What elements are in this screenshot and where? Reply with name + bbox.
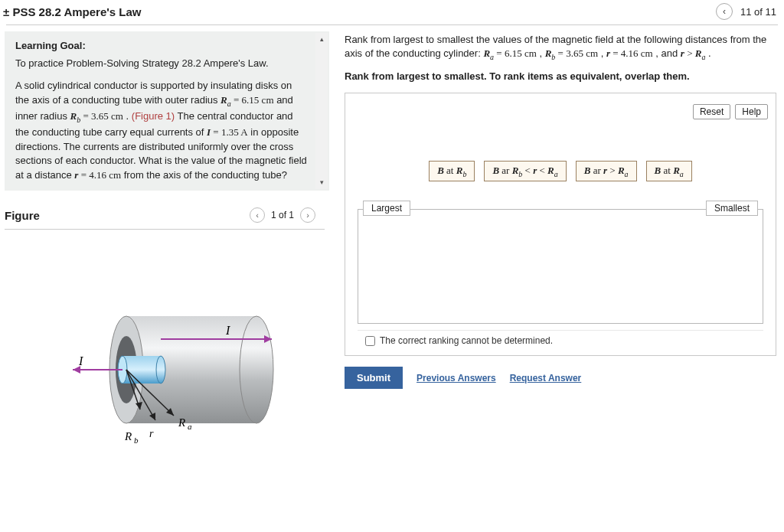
prev-page-button[interactable]: ‹: [716, 3, 733, 20]
left-column: ▴ ▾ Learning Goal: To practice Problem-S…: [0, 25, 329, 528]
help-button[interactable]: Help: [735, 104, 768, 119]
figure-image: I I Ra Rb r: [0, 230, 329, 528]
request-answer-link[interactable]: Request Answer: [510, 373, 582, 383]
txt: ,: [601, 47, 606, 59]
svg-text:R: R: [178, 416, 185, 429]
rank-chip[interactable]: B at Ra: [646, 161, 692, 182]
previous-answers-link[interactable]: Previous Answers: [416, 373, 496, 383]
svg-text:I: I: [225, 324, 230, 337]
figure-link[interactable]: (Figure 1): [132, 110, 175, 122]
problem-statement: A solid cylindrical conductor is support…: [15, 79, 308, 183]
top-bar: ± PSS 28.2 Ampere's Law ‹ 11 of 11: [0, 0, 784, 24]
figure-counter: 1 of 1: [271, 210, 294, 220]
reset-button[interactable]: Reset: [693, 104, 730, 119]
rank-chip[interactable]: B ar r > Ra: [576, 161, 637, 182]
figure-title: Figure: [5, 209, 40, 222]
svg-text:R: R: [124, 430, 132, 442]
learning-goal-panel: ▴ ▾ Learning Goal: To practice Problem-S…: [5, 31, 329, 191]
svg-text:a: a: [188, 422, 192, 431]
txt: , and: [655, 47, 681, 59]
page-counter: 11 of 11: [740, 6, 776, 18]
cannot-determine-row: The correct ranking cannot be determined…: [358, 330, 763, 348]
txt: ,: [539, 47, 544, 59]
action-row: Submit Previous Answers Request Answer: [345, 367, 779, 389]
svg-text:r: r: [149, 428, 154, 439]
svg-point-5: [156, 356, 165, 383]
svg-point-1: [240, 316, 273, 423]
figure-nav: ‹ 1 of 1 ›: [250, 207, 315, 223]
submit-button[interactable]: Submit: [345, 367, 403, 389]
txt: from the axis of the conducting tube?: [124, 169, 287, 181]
panel-scrollbar[interactable]: ▴ ▾: [315, 33, 328, 189]
figure-next-button[interactable]: ›: [300, 207, 315, 223]
cylinder-diagram-icon: I I Ra Rb r: [42, 295, 287, 463]
txt: .: [126, 110, 132, 122]
svg-text:b: b: [134, 436, 139, 445]
smallest-label: Smallest: [706, 201, 758, 216]
scroll-up-icon[interactable]: ▴: [320, 33, 324, 46]
page-nav: ‹ 11 of 11: [716, 3, 776, 20]
rank-chip[interactable]: B ar Rb < r < Ra: [484, 161, 566, 182]
ranking-tools: Reset Help: [353, 104, 768, 119]
ranking-chips: B at Rb B ar Rb < r < Ra B ar r > Ra B a…: [353, 161, 768, 182]
ranking-panel: Reset Help B at Rb B ar Rb < r < Ra B ar…: [345, 93, 776, 357]
right-column: Rank from largest to smallest the values…: [329, 25, 784, 528]
page-title: ± PSS 28.2 Ampere's Law: [3, 5, 142, 18]
cannot-determine-label: The correct ranking cannot be determined…: [380, 335, 553, 346]
largest-label: Largest: [363, 201, 410, 216]
cannot-determine-checkbox[interactable]: [365, 336, 375, 346]
ranking-instruction: Rank from largest to smallest. To rank i…: [345, 70, 779, 82]
learning-goal-text: To practice Problem-Solving Strategy 28.…: [15, 57, 308, 71]
question-text: Rank from largest to smallest the values…: [345, 33, 779, 63]
figure-header: Figure ‹ 1 of 1 ›: [0, 207, 329, 223]
figure-prev-button[interactable]: ‹: [250, 207, 265, 223]
main-layout: ▴ ▾ Learning Goal: To practice Problem-S…: [0, 25, 784, 528]
learning-goal-heading: Learning Goal:: [15, 39, 308, 54]
scroll-down-icon[interactable]: ▾: [320, 176, 324, 189]
svg-rect-4: [122, 356, 161, 383]
rank-chip[interactable]: B at Rb: [429, 161, 475, 182]
ranking-drop-area[interactable]: Largest Smallest: [358, 209, 763, 324]
txt: .: [708, 47, 711, 59]
svg-text:I: I: [78, 354, 83, 367]
